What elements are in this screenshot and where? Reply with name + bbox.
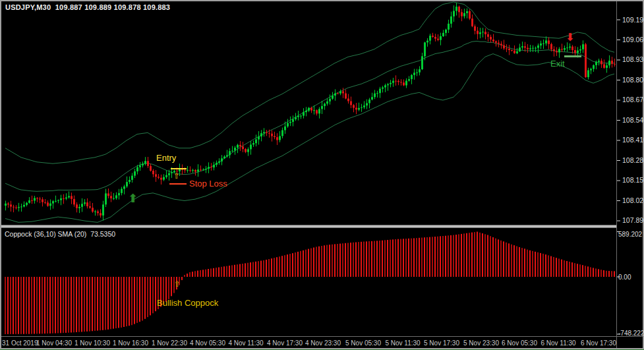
coppock-histogram-bar — [511, 245, 512, 277]
bearish-candle — [184, 170, 186, 171]
candle-wick — [522, 42, 523, 50]
coppock-histogram-bar — [521, 248, 523, 277]
bearish-candle — [477, 31, 479, 34]
coppock-histogram-bar — [564, 260, 565, 277]
buy-arrow-icon: ⬆ — [128, 192, 138, 204]
bearish-candle — [73, 199, 75, 204]
bullish-candle — [49, 204, 51, 206]
coppock-histogram-bar — [15, 277, 16, 334]
candle-wick — [166, 171, 167, 179]
coppock-histogram-bar — [84, 277, 85, 332]
bearish-candle — [574, 50, 576, 53]
bearish-candle — [458, 7, 460, 12]
bullish-candle — [237, 145, 239, 148]
coppock-histogram-bar — [542, 254, 544, 277]
coppock-histogram-bar — [28, 277, 30, 334]
candle-wick — [504, 40, 504, 49]
bullish-candle — [142, 163, 144, 165]
sell-arrow-icon: ⬇ — [566, 32, 574, 43]
candle-wick — [409, 76, 409, 81]
bullish-candle — [521, 46, 523, 47]
bullish-candle — [279, 136, 281, 140]
coppock-histogram-bar — [44, 277, 45, 334]
bullish-candle — [479, 32, 481, 34]
bearish-candle — [13, 207, 15, 208]
bullish-candle — [445, 30, 447, 33]
time-axis-label: 1 Nov 04:30 — [36, 339, 72, 347]
bullish-candle — [384, 85, 386, 87]
candle-wick — [398, 79, 399, 85]
coppock-histogram-bar — [144, 277, 146, 319]
exit-line[interactable] — [564, 55, 581, 57]
candle-wick — [377, 91, 378, 98]
bullish-candle — [234, 148, 236, 151]
bullish-candle — [28, 200, 30, 203]
coppock-histogram-bar — [603, 270, 604, 277]
bearish-candle — [158, 177, 160, 178]
coppock-histogram-bar — [479, 233, 481, 277]
entry-line[interactable] — [171, 168, 187, 169]
bearish-candle — [86, 202, 88, 206]
bearish-candle — [500, 44, 502, 45]
coppock-histogram-bar — [49, 277, 51, 334]
candle-wick — [69, 191, 69, 198]
stop-loss-line[interactable] — [169, 183, 187, 185]
bullish-candle — [540, 44, 542, 45]
coppock-histogram-bar — [397, 239, 399, 277]
coppock-histogram-bar — [303, 250, 304, 277]
candle-wick — [40, 197, 40, 203]
time-axis: 31 Oct 20191 Nov 04:301 Nov 10:301 Nov 1… — [2, 339, 616, 347]
candle-wick — [158, 174, 159, 179]
coppock-histogram-bar — [524, 248, 525, 277]
bearish-candle — [556, 51, 558, 53]
time-axis-label: 5 Nov 11:30 — [385, 339, 421, 347]
coppock-histogram-bar — [136, 277, 138, 323]
bearish-candle — [511, 50, 513, 51]
coppock-histogram-bar — [266, 260, 267, 277]
candle-wick — [493, 34, 494, 43]
coppock-histogram-bar — [571, 262, 573, 277]
coppock-histogram-bar — [469, 233, 470, 277]
coppock-histogram-bar — [455, 235, 457, 277]
bullish-candle — [390, 83, 392, 84]
chart-canvas: 109.190109.060108.930108.800108.670108.5… — [0, 0, 644, 350]
bearish-candle — [7, 204, 9, 205]
bullish-candle — [255, 140, 257, 144]
coppock-histogram-bar — [147, 277, 148, 317]
bullish-candle — [23, 205, 25, 207]
bullish-candle — [453, 11, 455, 16]
bullish-candle — [5, 204, 7, 206]
coppock-histogram-bar — [442, 236, 444, 277]
bearish-candle — [152, 171, 154, 174]
coppock-histogram-bar — [134, 277, 135, 324]
coppock-histogram-bar — [181, 277, 183, 280]
coppock-histogram-bar — [395, 239, 396, 277]
pane-splitter[interactable] — [1, 225, 616, 228]
coppock-histogram-bar — [216, 268, 217, 277]
coppock-histogram-bar — [42, 277, 43, 334]
bullish-candle — [303, 112, 305, 116]
bullish-candle — [208, 167, 210, 169]
coppock-histogram-bar — [361, 242, 362, 277]
coppock-histogram-bar — [210, 268, 212, 277]
bearish-candle — [268, 133, 270, 134]
candle-wick — [324, 103, 325, 110]
coppock-histogram-bar — [337, 244, 338, 277]
coppock-histogram-bar — [334, 244, 336, 277]
coppock-histogram-bar — [260, 261, 262, 277]
coppock-histogram-bar — [94, 277, 96, 331]
bullish-candle — [442, 33, 444, 36]
bullish-candle — [202, 169, 204, 170]
bearish-candle — [342, 92, 344, 94]
price-axis-label: 107.890 — [622, 216, 644, 224]
coppock-histogram-bar — [218, 268, 220, 277]
time-axis-label: 5 Nov 05:30 — [345, 339, 381, 347]
candle-wick — [467, 9, 467, 18]
candle-wick — [13, 205, 14, 212]
price-axis-label: 108.930 — [622, 55, 644, 63]
candle-wick — [295, 113, 296, 121]
coppock-histogram-bar — [448, 235, 449, 277]
bullish-candle — [608, 61, 610, 65]
coppock-histogram-bar — [506, 243, 507, 277]
coppock-histogram-bar — [474, 232, 475, 277]
